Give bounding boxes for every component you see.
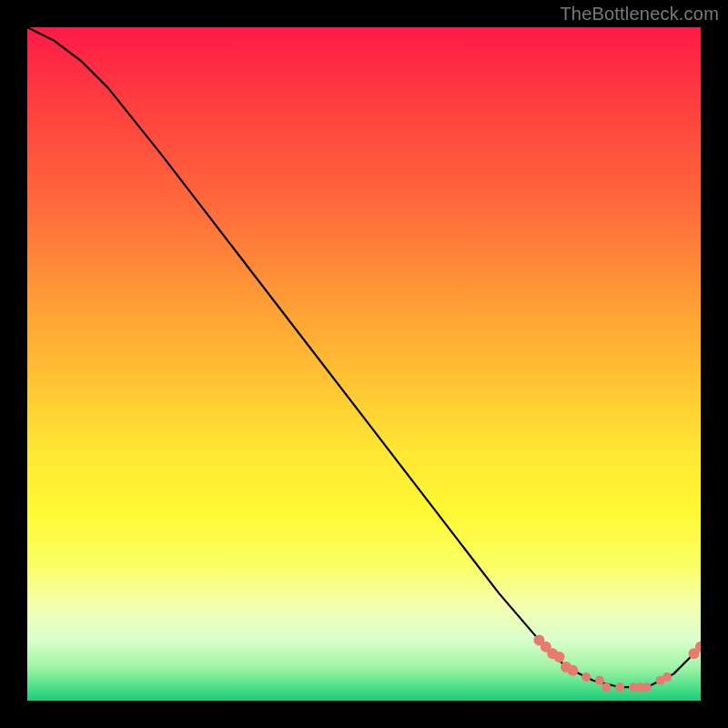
plot-area [27,27,701,701]
data-marker [554,652,565,662]
curve-svg [27,27,701,701]
data-marker [581,672,591,682]
data-marker [567,665,578,676]
data-marker [662,672,672,682]
data-marker [615,682,624,692]
bottleneck-curve-line [27,27,701,687]
watermark-text: TheBottleneck.com [560,4,719,25]
chart-frame: TheBottleneck.com [0,0,728,728]
data-marker [642,682,652,692]
marker-group [533,634,701,692]
data-marker [602,682,611,692]
data-marker [595,676,604,685]
